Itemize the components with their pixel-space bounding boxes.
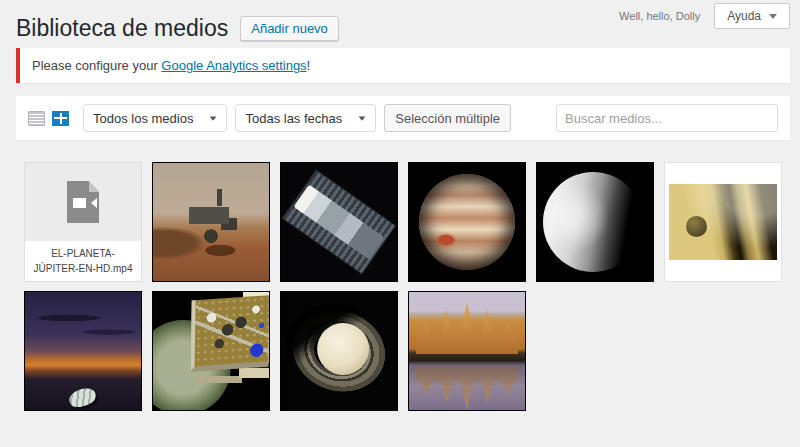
video-filename: EL-PLANETA-JÚPITER-EN-HD.mp4 <box>25 241 141 281</box>
search-media-input[interactable] <box>556 104 778 132</box>
date-filter-select[interactable]: Todas las fechas <box>235 104 376 132</box>
grid-view-icon[interactable] <box>52 111 69 126</box>
hubble-telescope-thumbnail <box>281 163 397 281</box>
chevron-down-icon <box>359 116 366 120</box>
date-filter-value: Todas las fechas <box>245 111 342 126</box>
media-item-saturn-rings-moon[interactable] <box>664 162 782 282</box>
chevron-down-icon <box>210 116 217 120</box>
venus-thumbnail <box>537 163 653 281</box>
notice-text: Please configure your Google Analytics s… <box>32 58 310 73</box>
saturn-top-view-thumbnail <box>281 292 397 410</box>
google-analytics-settings-link[interactable]: Google Analytics settings <box>161 58 306 73</box>
media-item-mars-rover-selfie[interactable] <box>152 162 270 282</box>
admin-notice: Please configure your Google Analytics s… <box>16 48 790 83</box>
jupiter-thumbnail <box>409 163 525 281</box>
help-button[interactable]: Ayuda <box>714 3 790 29</box>
page-title: Biblioteca de medios <box>16 16 228 41</box>
media-item-titan-molecule[interactable] <box>152 291 270 411</box>
media-item-saturn-top-view[interactable] <box>280 291 398 411</box>
list-view-icon[interactable] <box>28 111 45 126</box>
media-item-venus[interactable] <box>536 162 654 282</box>
video-file-icon <box>67 181 99 223</box>
notice-text-suffix: ! <box>307 58 311 73</box>
media-item-video-el-planeta-jupiter[interactable]: EL-PLANETA-JÚPITER-EN-HD.mp4 <box>24 162 142 282</box>
media-item-hubble-telescope[interactable] <box>280 162 398 282</box>
saturn-rings-moon-thumbnail <box>669 184 777 260</box>
media-grid: EL-PLANETA-JÚPITER-EN-HD.mp4 <box>24 162 790 411</box>
media-item-angkor-wat[interactable] <box>408 291 526 411</box>
help-button-label: Ayuda <box>727 9 761 23</box>
video-thumbnail-area <box>25 163 141 241</box>
page-header: Biblioteca de medios Añadir nuevo <box>16 16 339 41</box>
titan-molecule-thumbnail <box>153 292 269 410</box>
greeting-text: Well, hello, Dolly <box>619 10 700 22</box>
chevron-down-icon <box>769 14 777 19</box>
media-item-observatory-dusk[interactable] <box>24 291 142 411</box>
add-new-button[interactable]: Añadir nuevo <box>240 16 339 41</box>
top-bar-right: Well, hello, Dolly Ayuda <box>619 3 790 29</box>
bulk-select-button[interactable]: Selección múltiple <box>384 104 511 132</box>
mars-rover-selfie-thumbnail <box>153 163 269 281</box>
view-switch <box>28 111 69 126</box>
observatory-dusk-thumbnail <box>25 292 141 410</box>
media-toolbar: Todos los medios Todas las fechas Selecc… <box>16 96 790 140</box>
media-type-filter-value: Todos los medios <box>93 111 193 126</box>
media-type-filter-select[interactable]: Todos los medios <box>83 104 227 132</box>
angkor-wat-thumbnail <box>409 292 525 410</box>
media-item-jupiter[interactable] <box>408 162 526 282</box>
notice-text-prefix: Please configure your <box>32 58 161 73</box>
